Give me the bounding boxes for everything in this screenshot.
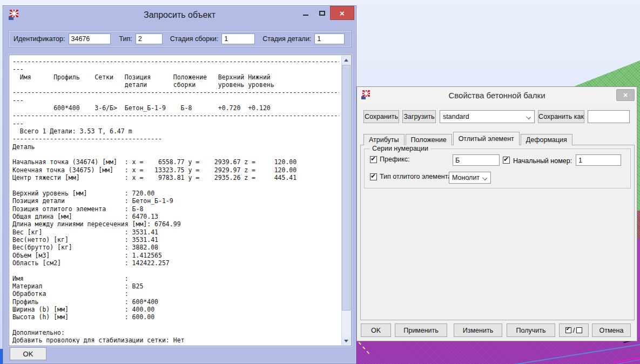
cast-type-value: Монолит bbox=[452, 174, 480, 181]
slash-separator: / bbox=[573, 326, 575, 334]
identifier-label: Идентификатор: bbox=[14, 35, 65, 43]
scroll-up-icon bbox=[344, 59, 348, 62]
tekla-logo-icon bbox=[8, 9, 20, 21]
start-number-checkbox[interactable]: ✔ bbox=[503, 157, 510, 164]
assembly-phase-label: Стадия сборки: bbox=[170, 35, 218, 43]
window-title: Свойства бетонной балки bbox=[357, 91, 637, 100]
identifier-row: Идентификатор: Тип: Стадия сборки: Стади… bbox=[9, 30, 352, 48]
chevron-down-icon bbox=[526, 114, 531, 119]
maximize-button[interactable] bbox=[314, 6, 330, 20]
chevron-down-icon bbox=[482, 176, 487, 180]
tab-deforming[interactable]: Деформация bbox=[521, 134, 572, 145]
modify-button[interactable]: Изменить bbox=[454, 323, 502, 337]
check-icon: ✔ bbox=[370, 172, 376, 180]
close-button[interactable]: × bbox=[616, 89, 635, 101]
tab-cast-unit[interactable]: Отлитый элемент bbox=[453, 132, 520, 145]
type-label: Тип: bbox=[119, 35, 132, 43]
maximize-icon bbox=[319, 11, 325, 16]
toggle-all-checkboxes-button[interactable]: ✔ / bbox=[559, 323, 589, 337]
ok-button[interactable]: OK bbox=[361, 323, 391, 337]
cast-type-row: ✔ Тип отлитого элемента bbox=[370, 173, 628, 180]
apply-button[interactable]: Применить bbox=[395, 323, 447, 337]
close-icon: × bbox=[340, 9, 345, 17]
minimize-button[interactable] bbox=[298, 6, 314, 20]
scroll-down-icon bbox=[344, 340, 348, 342]
load-button[interactable]: Загрузить bbox=[402, 110, 436, 123]
close-button[interactable]: × bbox=[330, 6, 354, 20]
ok-button[interactable]: OK bbox=[10, 347, 46, 360]
properties-titlebar[interactable]: Свойства бетонной балки × bbox=[357, 87, 637, 103]
scene-purple-slab bbox=[354, 341, 640, 364]
start-number-input[interactable] bbox=[576, 154, 621, 166]
inquiry-report-text: ----------------------------------------… bbox=[12, 58, 339, 343]
checked-box-icon: ✔ bbox=[565, 327, 571, 333]
save-button[interactable]: Сохранить bbox=[363, 110, 399, 123]
scrollbar-thumb[interactable] bbox=[342, 65, 351, 311]
tekla-logo-icon bbox=[361, 90, 372, 100]
save-as-button[interactable]: Сохранить как bbox=[538, 110, 584, 123]
scroll-down-button[interactable] bbox=[342, 336, 351, 345]
start-number-label: Начальный номер: bbox=[513, 157, 572, 165]
check-icon: ✔ bbox=[503, 156, 509, 163]
cast-type-select[interactable]: Монолит bbox=[449, 172, 491, 184]
scene-edge-line bbox=[354, 341, 369, 354]
tab-content-panel: Серии нумерации ✔ Префикс: ✔ Начальный н… bbox=[360, 145, 635, 320]
minimize-icon bbox=[303, 15, 308, 16]
prefix-label: Префикс: bbox=[380, 156, 410, 163]
identifier-input[interactable] bbox=[69, 33, 111, 44]
inquire-titlebar[interactable]: Запросить объект × bbox=[3, 6, 356, 24]
unchecked-box-icon bbox=[576, 327, 582, 333]
tab-attributes[interactable]: Атрибуты bbox=[363, 134, 405, 145]
profile-select[interactable]: standard bbox=[440, 110, 535, 123]
assembly-phase-input[interactable] bbox=[221, 33, 255, 44]
numbering-series-group: Серии нумерации ✔ Префикс: ✔ Начальный н… bbox=[364, 149, 631, 188]
dialog-footer: OK Применить Изменить Получить ✔ / Отмен… bbox=[361, 323, 634, 337]
scene-green-terrain bbox=[571, 60, 640, 87]
prefix-checkbox[interactable]: ✔ bbox=[370, 156, 377, 163]
get-button[interactable]: Получить bbox=[507, 323, 555, 337]
type-input[interactable] bbox=[136, 33, 163, 44]
profile-toolbar: Сохранить Загрузить standard Сохранить к… bbox=[357, 110, 637, 124]
cancel-button[interactable]: Отмена bbox=[592, 323, 631, 337]
cast-type-checkbox[interactable]: ✔ bbox=[370, 173, 377, 180]
save-as-input[interactable] bbox=[588, 110, 630, 123]
tab-bar: Атрибуты Положение Отлитый элемент Дефор… bbox=[363, 133, 574, 145]
part-phase-input[interactable] bbox=[314, 33, 345, 44]
cast-type-label: Тип отлитого элемента bbox=[380, 173, 452, 180]
check-icon: ✔ bbox=[370, 155, 376, 163]
report-scrollbar[interactable] bbox=[341, 56, 351, 345]
beam-properties-window: Свойства бетонной балки × Сохранить Загр… bbox=[356, 86, 637, 341]
inquire-object-window: Запросить объект × Идентификатор: Тип: С… bbox=[3, 5, 356, 364]
prefix-input[interactable] bbox=[453, 154, 500, 166]
inquiry-report-area: ----------------------------------------… bbox=[9, 55, 352, 346]
scroll-up-button[interactable] bbox=[342, 56, 351, 64]
part-phase-label: Стадия детали: bbox=[262, 35, 311, 43]
group-title: Серии нумерации bbox=[370, 145, 430, 152]
tab-position[interactable]: Положение bbox=[406, 134, 452, 145]
profile-select-value: standard bbox=[443, 113, 469, 120]
close-icon: × bbox=[623, 91, 628, 99]
